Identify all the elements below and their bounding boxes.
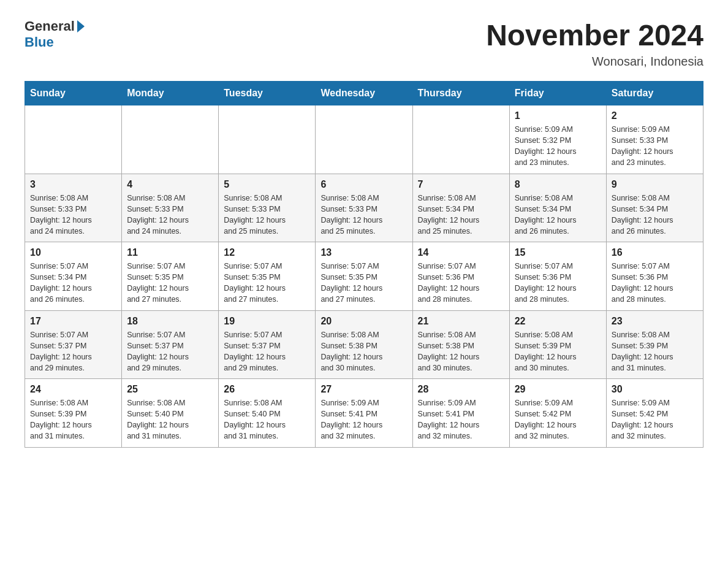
calendar-cell: 13Sunrise: 5:07 AM Sunset: 5:35 PM Dayli… [316, 242, 412, 311]
calendar-cell: 7Sunrise: 5:08 AM Sunset: 5:34 PM Daylig… [412, 174, 509, 242]
calendar-cell [122, 105, 219, 174]
day-sun-info: Sunrise: 5:07 AM Sunset: 5:35 PM Dayligh… [224, 261, 310, 305]
calendar-cell: 5Sunrise: 5:08 AM Sunset: 5:33 PM Daylig… [219, 174, 316, 242]
day-sun-info: Sunrise: 5:09 AM Sunset: 5:42 PM Dayligh… [515, 397, 601, 442]
day-sun-info: Sunrise: 5:09 AM Sunset: 5:41 PM Dayligh… [320, 397, 407, 442]
calendar-week-row: 17Sunrise: 5:07 AM Sunset: 5:37 PM Dayli… [25, 310, 703, 379]
day-number: 20 [320, 316, 407, 327]
calendar-cell: 12Sunrise: 5:07 AM Sunset: 5:35 PM Dayli… [219, 242, 316, 311]
day-sun-info: Sunrise: 5:08 AM Sunset: 5:40 PM Dayligh… [224, 397, 310, 442]
day-sun-info: Sunrise: 5:07 AM Sunset: 5:35 PM Dayligh… [320, 261, 407, 305]
month-title: November 2024 [486, 18, 703, 52]
title-section: November 2024 Wonosari, Indonesia [486, 18, 703, 69]
day-sun-info: Sunrise: 5:09 AM Sunset: 5:41 PM Dayligh… [418, 397, 504, 442]
location-subtitle: Wonosari, Indonesia [486, 55, 703, 69]
day-number: 9 [612, 179, 698, 190]
calendar-cell [412, 105, 509, 174]
day-sun-info: Sunrise: 5:08 AM Sunset: 5:33 PM Dayligh… [224, 193, 310, 237]
day-sun-info: Sunrise: 5:07 AM Sunset: 5:36 PM Dayligh… [515, 261, 601, 305]
day-number: 25 [127, 384, 213, 395]
day-number: 11 [127, 247, 213, 258]
day-number: 18 [127, 316, 213, 327]
day-number: 19 [224, 316, 310, 327]
day-number: 7 [418, 179, 504, 190]
calendar-cell: 20Sunrise: 5:08 AM Sunset: 5:38 PM Dayli… [316, 310, 412, 379]
day-number: 4 [127, 179, 213, 190]
calendar-cell: 30Sunrise: 5:09 AM Sunset: 5:42 PM Dayli… [606, 379, 703, 448]
day-sun-info: Sunrise: 5:08 AM Sunset: 5:39 PM Dayligh… [30, 397, 116, 442]
day-sun-info: Sunrise: 5:08 AM Sunset: 5:33 PM Dayligh… [127, 193, 213, 237]
day-sun-info: Sunrise: 5:07 AM Sunset: 5:37 PM Dayligh… [127, 329, 213, 374]
day-sun-info: Sunrise: 5:08 AM Sunset: 5:39 PM Dayligh… [612, 329, 698, 374]
calendar-cell: 27Sunrise: 5:09 AM Sunset: 5:41 PM Dayli… [316, 379, 412, 448]
day-number: 28 [418, 384, 504, 395]
weekday-header-wednesday: Wednesday [316, 82, 412, 105]
day-number: 17 [30, 316, 116, 327]
calendar-table: SundayMondayTuesdayWednesdayThursdayFrid… [25, 81, 703, 448]
day-sun-info: Sunrise: 5:08 AM Sunset: 5:38 PM Dayligh… [320, 329, 407, 374]
page-header: General Blue November 2024 Wonosari, Ind… [25, 18, 703, 69]
day-sun-info: Sunrise: 5:08 AM Sunset: 5:34 PM Dayligh… [418, 193, 504, 237]
day-sun-info: Sunrise: 5:07 AM Sunset: 5:37 PM Dayligh… [30, 329, 116, 374]
day-sun-info: Sunrise: 5:08 AM Sunset: 5:39 PM Dayligh… [515, 329, 601, 374]
day-number: 23 [612, 316, 698, 327]
day-number: 8 [515, 179, 601, 190]
day-number: 22 [515, 316, 601, 327]
calendar-week-row: 10Sunrise: 5:07 AM Sunset: 5:34 PM Dayli… [25, 242, 703, 311]
calendar-cell: 25Sunrise: 5:08 AM Sunset: 5:40 PM Dayli… [122, 379, 219, 448]
calendar-cell: 6Sunrise: 5:08 AM Sunset: 5:33 PM Daylig… [316, 174, 412, 242]
day-number: 1 [515, 110, 601, 121]
day-sun-info: Sunrise: 5:08 AM Sunset: 5:40 PM Dayligh… [127, 397, 213, 442]
day-sun-info: Sunrise: 5:07 AM Sunset: 5:36 PM Dayligh… [612, 261, 698, 305]
weekday-header-friday: Friday [509, 82, 606, 105]
weekday-header-sunday: Sunday [25, 82, 122, 105]
calendar-cell: 16Sunrise: 5:07 AM Sunset: 5:36 PM Dayli… [606, 242, 703, 311]
calendar-cell: 9Sunrise: 5:08 AM Sunset: 5:34 PM Daylig… [606, 174, 703, 242]
calendar-cell: 21Sunrise: 5:08 AM Sunset: 5:38 PM Dayli… [412, 310, 509, 379]
logo: General Blue [25, 18, 86, 50]
logo-general-text: General [25, 18, 75, 34]
weekday-header-thursday: Thursday [412, 82, 509, 105]
day-sun-info: Sunrise: 5:08 AM Sunset: 5:33 PM Dayligh… [320, 193, 407, 237]
calendar-cell [219, 105, 316, 174]
calendar-cell: 23Sunrise: 5:08 AM Sunset: 5:39 PM Dayli… [606, 310, 703, 379]
day-sun-info: Sunrise: 5:09 AM Sunset: 5:32 PM Dayligh… [515, 124, 601, 169]
day-number: 30 [612, 384, 698, 395]
calendar-cell: 1Sunrise: 5:09 AM Sunset: 5:32 PM Daylig… [509, 105, 606, 174]
day-sun-info: Sunrise: 5:08 AM Sunset: 5:34 PM Dayligh… [612, 193, 698, 237]
day-sun-info: Sunrise: 5:09 AM Sunset: 5:42 PM Dayligh… [612, 397, 698, 442]
day-number: 13 [320, 247, 407, 258]
weekday-header-saturday: Saturday [606, 82, 703, 105]
calendar-cell: 18Sunrise: 5:07 AM Sunset: 5:37 PM Dayli… [122, 310, 219, 379]
calendar-cell: 14Sunrise: 5:07 AM Sunset: 5:36 PM Dayli… [412, 242, 509, 311]
day-number: 12 [224, 247, 310, 258]
day-number: 16 [612, 247, 698, 258]
weekday-header-monday: Monday [122, 82, 219, 105]
day-sun-info: Sunrise: 5:07 AM Sunset: 5:34 PM Dayligh… [30, 261, 116, 305]
day-sun-info: Sunrise: 5:07 AM Sunset: 5:37 PM Dayligh… [224, 329, 310, 374]
calendar-cell: 29Sunrise: 5:09 AM Sunset: 5:42 PM Dayli… [509, 379, 606, 448]
calendar-cell: 22Sunrise: 5:08 AM Sunset: 5:39 PM Dayli… [509, 310, 606, 379]
day-sun-info: Sunrise: 5:07 AM Sunset: 5:36 PM Dayligh… [418, 261, 504, 305]
calendar-cell: 2Sunrise: 5:09 AM Sunset: 5:33 PM Daylig… [606, 105, 703, 174]
day-number: 5 [224, 179, 310, 190]
calendar-cell: 26Sunrise: 5:08 AM Sunset: 5:40 PM Dayli… [219, 379, 316, 448]
calendar-cell: 4Sunrise: 5:08 AM Sunset: 5:33 PM Daylig… [122, 174, 219, 242]
calendar-week-row: 3Sunrise: 5:08 AM Sunset: 5:33 PM Daylig… [25, 174, 703, 242]
day-number: 27 [320, 384, 407, 395]
day-number: 26 [224, 384, 310, 395]
calendar-cell: 3Sunrise: 5:08 AM Sunset: 5:33 PM Daylig… [25, 174, 122, 242]
calendar-header-row: SundayMondayTuesdayWednesdayThursdayFrid… [25, 82, 703, 105]
day-sun-info: Sunrise: 5:08 AM Sunset: 5:34 PM Dayligh… [515, 193, 601, 237]
day-sun-info: Sunrise: 5:09 AM Sunset: 5:33 PM Dayligh… [612, 124, 698, 169]
day-number: 15 [515, 247, 601, 258]
weekday-header-tuesday: Tuesday [219, 82, 316, 105]
day-number: 29 [515, 384, 601, 395]
day-number: 24 [30, 384, 116, 395]
calendar-cell: 19Sunrise: 5:07 AM Sunset: 5:37 PM Dayli… [219, 310, 316, 379]
day-number: 3 [30, 179, 116, 190]
logo-blue-text: Blue [25, 34, 54, 50]
calendar-cell: 8Sunrise: 5:08 AM Sunset: 5:34 PM Daylig… [509, 174, 606, 242]
logo-arrow-icon [77, 20, 85, 33]
day-sun-info: Sunrise: 5:08 AM Sunset: 5:33 PM Dayligh… [30, 193, 116, 237]
